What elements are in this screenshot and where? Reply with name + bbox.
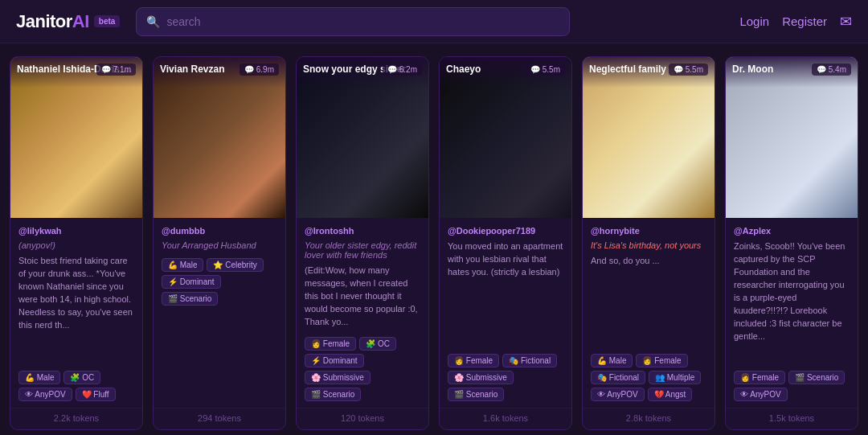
tag-submissive: 🌸 Submissive [305, 371, 371, 384]
card-desc-nathaniel: Stoic best friend taking care of your dr… [18, 255, 134, 363]
tag-female: 👩 Female [636, 354, 687, 367]
card-stat-snow: 💬6.2m [383, 64, 422, 76]
tag-anypov: 👁 AnyPOV [591, 388, 645, 401]
logo-text: JanitorAI [16, 11, 89, 32]
card-nathaniel[interactable]: Nathaniel Ishida-Davis ~ r...💬7.1m@lilyk… [10, 56, 143, 430]
card-tokens-chaeyo: 1.6k tokens [440, 408, 571, 429]
search-icon: 🔍 [146, 15, 160, 28]
card-author-drmoon: @Azplex [734, 226, 850, 236]
card-stat-vivian: 💬6.9m [240, 64, 279, 76]
card-drmoon[interactable]: Dr. Moon💬5.4m@AzplexZoinks, Scoob!! You'… [725, 56, 858, 430]
card-tags-drmoon: 👩 Female🎬 Scenario👁 AnyPOV [734, 371, 850, 401]
tag-multiple: 👥 Multiple [649, 371, 701, 384]
card-subtitle-nathaniel: (anypov!) [18, 240, 134, 250]
card-tokens-nathaniel: 2.2k tokens [10, 408, 142, 429]
card-snow[interactable]: Snow your edgy sister💬6.2m@IrontoshhYour… [296, 56, 429, 430]
card-author-neglectful: @hornybite [591, 226, 706, 236]
card-tokens-drmoon: 1.5k tokens [726, 408, 858, 429]
tag-dominant: ⚡ Dominant [305, 354, 364, 367]
card-author-nathaniel: @lilykwah [18, 226, 134, 236]
tag-anypov: 👁 AnyPOV [734, 388, 788, 401]
header: JanitorAI beta 🔍 Login Register ✉ [0, 0, 868, 43]
card-tags-snow: 👩 Female🧩 OC⚡ Dominant🌸 Submissive🎬 Scen… [305, 337, 420, 401]
card-subtitle-vivian: Your Arranged Husband [162, 240, 277, 250]
card-stat-neglectful: 💬5.5m [669, 64, 708, 76]
cards-container: Nathaniel Ishida-Davis ~ r...💬7.1m@lilyk… [0, 43, 868, 435]
tag-celebrity: ⭐ Celebrity [207, 258, 263, 272]
tag-male: 💪 Male [162, 258, 203, 272]
card-desc-neglectful: And so, do you ... [591, 255, 706, 346]
tag-oc: 🧩 OC [63, 371, 100, 384]
card-subtitle-italic-neglectful: It's Lisa's birthday, not yours [591, 240, 706, 250]
card-author-chaeyo: @Dookiepooper7189 [448, 226, 563, 236]
header-nav: Login Register ✉ [739, 13, 852, 31]
tag-male: 💪 Male [18, 371, 60, 384]
tag-angst: 💔 Angst [648, 388, 693, 401]
tag-fictional: 🎭 Fictional [591, 371, 645, 384]
card-stat-drmoon: 💬5.4m [812, 64, 851, 76]
card-stat-chaeyo: 💬5.5m [526, 64, 565, 76]
tag-male: 💪 Male [591, 354, 633, 367]
tag-fictional: 🎭 Fictional [502, 354, 557, 367]
card-tokens-vivian: 294 tokens [154, 408, 285, 429]
search-bar: 🔍 [136, 7, 570, 36]
card-tokens-neglectful: 2.8k tokens [583, 408, 714, 429]
card-stat-nathaniel: 💬7.1m [96, 64, 136, 76]
card-tags-neglectful: 💪 Male👩 Female🎭 Fictional👥 Multiple👁 Any… [591, 354, 706, 401]
card-vivian[interactable]: Vivian Revzan💬6.9m@dumbbbYour Arranged H… [153, 56, 286, 430]
card-desc-drmoon: Zoinks, Scoob!! You've been captured by … [734, 240, 850, 363]
logo: JanitorAI beta [16, 11, 120, 32]
card-tags-vivian: 💪 Male⭐ Celebrity⚡ Dominant🎬 Scenario [162, 258, 277, 306]
tag-anypov: 👁 AnyPOV [18, 388, 72, 401]
beta-badge: beta [94, 15, 121, 27]
tag-dominant: ⚡ Dominant [162, 275, 221, 289]
card-tags-nathaniel: 💪 Male🧩 OC👁 AnyPOV❤️ Fluff [18, 371, 134, 401]
tag-oc: 🧩 OC [359, 337, 396, 351]
card-chaeyo[interactable]: Chaeyo💬5.5m@Dookiepooper7189You moved in… [439, 56, 572, 430]
card-desc-chaeyo: You moved into an apartment with you les… [448, 240, 563, 346]
tag-fluff: ❤️ Fluff [76, 388, 116, 401]
tag-scenario: 🎬 Scenario [305, 388, 361, 401]
login-link[interactable]: Login [739, 14, 769, 28]
tag-female: 👩 Female [305, 337, 356, 351]
chat-icon[interactable]: ✉ [840, 13, 852, 31]
card-tokens-snow: 120 tokens [297, 408, 428, 429]
card-author-snow: @Irontoshh [305, 226, 420, 236]
tag-scenario: 🎬 Scenario [448, 388, 504, 401]
register-link[interactable]: Register [782, 14, 827, 28]
tag-scenario: 🎬 Scenario [162, 292, 218, 306]
tag-female: 👩 Female [448, 354, 499, 367]
tag-female: 👩 Female [734, 371, 785, 384]
search-input[interactable] [166, 15, 559, 28]
card-subtitle-snow: Your older sister edgy, reddit lover wit… [305, 240, 420, 260]
tag-scenario: 🎬 Scenario [788, 371, 845, 384]
card-tags-chaeyo: 👩 Female🎭 Fictional🌸 Submissive🎬 Scenari… [448, 354, 563, 401]
card-neglectful[interactable]: Neglectful family💬5.5m@hornybiteIt's Lis… [582, 56, 715, 430]
tag-submissive: 🌸 Submissive [448, 371, 514, 384]
card-author-vivian: @dumbbb [162, 226, 277, 236]
card-desc-snow: (Edit:Wow, how many messages, when I cre… [305, 265, 420, 329]
